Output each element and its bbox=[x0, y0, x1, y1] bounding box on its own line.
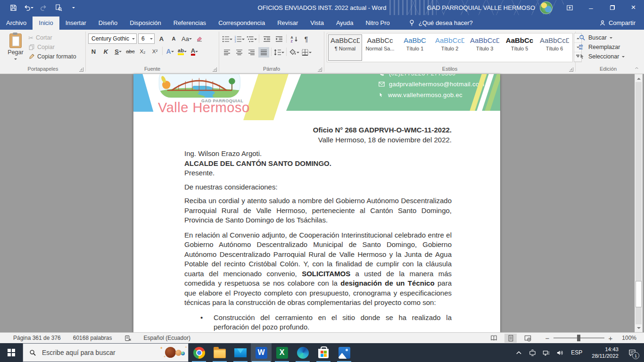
find-caret[interactable] bbox=[610, 37, 612, 40]
taskbar-chrome-button[interactable] bbox=[189, 343, 209, 362]
numbering-button[interactable] bbox=[234, 34, 245, 44]
style-normal[interactable]: AaBbCcD ¶ Normal bbox=[328, 34, 362, 61]
line-spacing-caret[interactable] bbox=[281, 52, 284, 55]
zoom-slider-track[interactable] bbox=[553, 337, 604, 338]
redo-button[interactable] bbox=[37, 1, 50, 14]
underline-button[interactable]: S bbox=[113, 46, 124, 57]
find-button[interactable]: Buscar bbox=[579, 33, 625, 42]
word-count[interactable]: 60168 palabras bbox=[73, 335, 112, 341]
change-case-button[interactable]: Aa bbox=[181, 33, 193, 44]
bold-button[interactable]: N bbox=[88, 46, 99, 57]
multilevel-caret[interactable] bbox=[254, 39, 257, 41]
document-body[interactable]: Oficio N° 268 GADPRVH-O-WMC-11-2022. Val… bbox=[133, 117, 500, 332]
taskbar-file-explorer-button[interactable] bbox=[209, 343, 230, 362]
align-left-button[interactable] bbox=[222, 47, 232, 58]
align-right-button[interactable] bbox=[246, 47, 257, 58]
highlight-button[interactable]: ab bbox=[177, 46, 188, 57]
action-center-button[interactable]: 1 bbox=[624, 343, 640, 362]
strikethrough-button[interactable]: abc bbox=[125, 46, 136, 57]
cut-button[interactable]: ✂ Cortar bbox=[28, 33, 76, 42]
replace-button[interactable]: ab ac Reemplazar bbox=[579, 42, 625, 51]
select-button[interactable]: Seleccionar bbox=[579, 52, 625, 61]
borders-caret[interactable] bbox=[309, 52, 312, 55]
paste-button[interactable]: Pegar bbox=[3, 32, 28, 62]
taskbar-edge-button[interactable] bbox=[292, 343, 313, 362]
tray-volume-button[interactable] bbox=[553, 343, 566, 362]
web-layout-button[interactable] bbox=[521, 334, 534, 343]
select-caret[interactable] bbox=[622, 56, 625, 59]
grow-font-button[interactable]: A bbox=[156, 33, 167, 44]
tab-diseno[interactable]: Diseño bbox=[92, 16, 124, 30]
close-button[interactable]: × bbox=[623, 0, 644, 15]
taskbar-photos-button[interactable] bbox=[334, 343, 355, 362]
proofing-errors-icon[interactable] bbox=[124, 335, 132, 342]
multilevel-list-button[interactable] bbox=[246, 34, 257, 44]
show-formatting-marks-button[interactable]: ¶ bbox=[301, 34, 312, 44]
zoom-slider-thumb[interactable] bbox=[577, 335, 580, 341]
scrollbar-thumb[interactable] bbox=[636, 281, 642, 307]
zoom-in-button[interactable]: + bbox=[608, 334, 613, 342]
copy-button[interactable]: Copiar bbox=[28, 43, 76, 51]
superscript-button[interactable]: X² bbox=[149, 46, 160, 57]
tab-vista[interactable]: Vista bbox=[304, 16, 330, 30]
font-family-combobox[interactable]: Century Gothic bbox=[88, 33, 137, 44]
undo-button[interactable] bbox=[22, 1, 35, 14]
ribbon-display-options-button[interactable] bbox=[559, 0, 580, 15]
tab-ayuda[interactable]: Ayuda bbox=[330, 16, 360, 30]
minimize-button[interactable]: – bbox=[580, 0, 602, 15]
page-indicator[interactable]: Página 361 de 376 bbox=[13, 335, 61, 341]
shrink-font-button[interactable]: A bbox=[168, 33, 179, 44]
vertical-scrollbar[interactable] bbox=[635, 74, 643, 332]
styles-dialog-launcher[interactable] bbox=[569, 67, 573, 72]
start-button[interactable] bbox=[0, 343, 23, 362]
taskbar-store-button[interactable] bbox=[313, 343, 334, 362]
scroll-down-button[interactable] bbox=[635, 324, 642, 332]
style-titulo-5[interactable]: AaBbCc Título 5 bbox=[503, 34, 537, 61]
paste-dropdown-caret[interactable] bbox=[14, 58, 17, 61]
shading-caret[interactable] bbox=[297, 52, 299, 55]
read-mode-button[interactable] bbox=[487, 334, 500, 343]
search-input[interactable] bbox=[41, 348, 159, 357]
language-indicator[interactable]: Español (Ecuador) bbox=[144, 335, 190, 341]
highlight-caret[interactable] bbox=[184, 51, 187, 54]
tab-referencias[interactable]: Referencias bbox=[167, 16, 212, 30]
tell-me-box[interactable]: ¿Qué desea hacer? bbox=[408, 19, 473, 30]
line-spacing-button[interactable] bbox=[273, 47, 284, 58]
tray-meet-now-button[interactable] bbox=[526, 343, 539, 362]
print-preview-button[interactable] bbox=[52, 1, 65, 14]
account-avatar[interactable] bbox=[540, 1, 553, 14]
sort-button[interactable] bbox=[289, 34, 299, 44]
taskbar-mail-button[interactable] bbox=[230, 343, 251, 362]
align-center-button[interactable] bbox=[234, 47, 245, 58]
style-titulo-3[interactable]: AaBbCcD Título 3 bbox=[468, 34, 502, 61]
collapse-ribbon-button[interactable] bbox=[634, 64, 639, 72]
paragraph-dialog-launcher[interactable] bbox=[318, 67, 322, 72]
share-button[interactable]: Compartir bbox=[599, 19, 644, 30]
tab-inicio[interactable]: Inicio bbox=[33, 16, 59, 30]
zoom-level[interactable]: 100% bbox=[618, 335, 636, 341]
font-dialog-launcher[interactable] bbox=[213, 67, 217, 72]
undo-dropdown-caret[interactable] bbox=[31, 7, 33, 10]
tray-network-button[interactable] bbox=[540, 343, 553, 362]
subscript-button[interactable]: X₂ bbox=[137, 46, 148, 57]
underline-caret[interactable] bbox=[119, 51, 122, 54]
bullets-button[interactable] bbox=[222, 34, 232, 44]
maximize-restore-button[interactable] bbox=[602, 0, 623, 15]
justify-button[interactable] bbox=[258, 47, 269, 58]
zoom-out-button[interactable]: − bbox=[545, 334, 550, 342]
style-titulo-2[interactable]: AaBbCcD Título 2 bbox=[433, 34, 467, 61]
search-highlight-image[interactable]: ✦ + + bbox=[159, 344, 188, 362]
customize-quick-access-button[interactable] bbox=[67, 1, 80, 14]
save-button[interactable] bbox=[7, 1, 20, 14]
font-color-button[interactable]: A bbox=[189, 46, 200, 57]
tray-expand-button[interactable] bbox=[512, 343, 525, 362]
tab-nitro-pro[interactable]: Nitro Pro bbox=[360, 16, 396, 30]
tab-disposicion[interactable]: Disposición bbox=[124, 16, 167, 30]
taskbar-excel-button[interactable]: X bbox=[272, 343, 292, 362]
font-color-caret[interactable] bbox=[195, 51, 198, 54]
style-normal-sa[interactable]: AaBbCc Normal Sa... bbox=[363, 34, 397, 61]
clipboard-dialog-launcher[interactable] bbox=[79, 67, 83, 72]
font-size-combobox[interactable]: 6 bbox=[138, 33, 155, 44]
document-page[interactable]: (02)2773226 / 2773360 gadprvallehermoso@… bbox=[133, 74, 500, 332]
print-layout-button[interactable] bbox=[504, 334, 517, 343]
